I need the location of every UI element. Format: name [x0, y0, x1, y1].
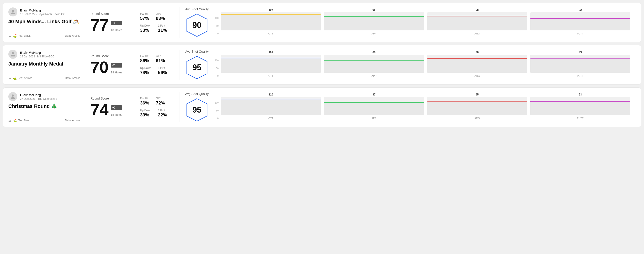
- updown-label: Up/Down: [140, 66, 151, 70]
- y-label-50: 50: [214, 67, 218, 70]
- fw-hit-stat: FW Hit 57%: [140, 12, 149, 21]
- bar-axis-label: PUTT: [577, 32, 584, 35]
- updown-stat: Up/Down 78%: [140, 66, 151, 75]
- bar-wrapper: [530, 55, 630, 73]
- fw-hit-value: 57%: [140, 16, 149, 21]
- card-stats: FW Hit 36% GIR 72% Up/Down 33% 1 Putt: [135, 92, 180, 122]
- player-header: Blair McHarg 12 Feb 2022 · Royal North D…: [8, 7, 80, 16]
- chart-container: 100 50 0 110 OTT 87: [214, 95, 630, 120]
- bar-chart: 100 50 0 107 OTT 95: [214, 10, 630, 35]
- player-info: Blair McHarg 12 Feb 2022 · Royal North D…: [20, 8, 65, 16]
- fw-hit-label: FW Hit: [140, 54, 149, 58]
- weather-icon: ☁: [8, 119, 12, 122]
- bar-group-putt: 93 PUTT: [530, 93, 630, 120]
- card-stats: FW Hit 57% GIR 83% Up/Down 33% 1 Putt: [135, 7, 180, 38]
- stats-row-top: FW Hit 86% GIR 61%: [140, 54, 174, 63]
- bar-wrapper: [324, 97, 424, 115]
- stats-row-top: FW Hit 57% GIR 83%: [140, 12, 174, 21]
- updown-value: 33%: [140, 28, 151, 33]
- bar-axis-label: ARG: [474, 75, 480, 77]
- score-diff-badge: +5: [111, 21, 122, 25]
- fw-hit-value: 36%: [140, 101, 149, 106]
- fw-hit-label: FW Hit: [140, 12, 149, 15]
- oneputt-value: 22%: [158, 112, 167, 118]
- bar-wrapper: [427, 97, 527, 115]
- bar-group-app: 87 APP: [324, 93, 424, 120]
- bars-row: 110 OTT 87 APP 95: [221, 93, 630, 120]
- card-quality: Avg Shot Quality 95 100 50 0: [180, 92, 636, 122]
- golf-icon: ⛳: [13, 119, 17, 122]
- card-score: Round Score 70 -2 18 Holes: [85, 50, 135, 80]
- weather-icon: ☁: [8, 76, 12, 80]
- player-header: Blair McHarg 29 Jan 2022 · Mill Ride GCC: [8, 50, 80, 59]
- gir-value: 72%: [156, 101, 165, 106]
- bar-value-ott: 110: [269, 93, 273, 96]
- oneputt-label: 1 Putt: [158, 66, 167, 70]
- round-title: January Monthly Medal: [8, 61, 80, 67]
- card-score: Round Score 74 +2 18 Holes: [85, 92, 135, 122]
- y-label-50: 50: [214, 110, 218, 112]
- bar-group-ott: 101 OTT: [221, 51, 321, 77]
- fw-hit-value: 86%: [140, 58, 149, 63]
- y-label-50: 50: [214, 25, 218, 27]
- card-left: Blair McHarg 12 Feb 2022 · Royal North D…: [8, 7, 85, 38]
- fw-hit-stat: FW Hit 86%: [140, 54, 149, 63]
- oneputt-stat: 1 Putt 22%: [158, 109, 167, 118]
- holes-label: 18 Holes: [111, 113, 122, 117]
- bar-value-arg: 95: [476, 93, 478, 96]
- quality-label: Avg Shot Quality: [185, 50, 209, 53]
- bar-wrapper: [324, 12, 424, 30]
- tee-label: Tee: Blue: [18, 119, 29, 122]
- bar-chart: 100 50 0 101 OTT 86: [214, 52, 630, 77]
- bar-value-app: 87: [372, 93, 375, 96]
- bar-group-putt: 82 PUTT: [530, 8, 630, 35]
- quality-score: 95: [192, 63, 202, 72]
- tee-info: ☁ ⛳ Tee: Yellow: [8, 76, 32, 80]
- hexagon-container: 90: [186, 13, 208, 38]
- bar-wrapper: [530, 97, 630, 115]
- bar-axis-label: APP: [372, 32, 376, 35]
- tee-info: ☁ ⛳ Tee: Black: [8, 34, 30, 38]
- player-header: Blair McHarg 27 Dec 2021 · The Oxfordshi…: [8, 92, 80, 101]
- oneputt-label: 1 Putt: [158, 109, 167, 112]
- stats-row-top: FW Hit 36% GIR 72%: [140, 97, 174, 106]
- round-title: 40 Mph Winds... Links Golf 🪃: [8, 19, 80, 24]
- score-number: 77: [90, 17, 108, 33]
- bar-axis-label: PUTT: [577, 75, 584, 77]
- bar-axis-label: OTT: [268, 32, 274, 35]
- round-score-label: Round Score: [90, 54, 129, 58]
- bar-group-arg: 96 ARG: [427, 51, 527, 77]
- player-info: Blair McHarg 29 Jan 2022 · Mill Ride GCC: [20, 51, 54, 58]
- quality-score: 95: [192, 105, 202, 115]
- round-title: Christmas Round 🎄: [8, 103, 80, 109]
- score-row: 70 -2 18 Holes: [90, 59, 129, 75]
- player-name: Blair McHarg: [20, 8, 65, 12]
- bars-row: 107 OTT 95 APP 98: [221, 8, 630, 35]
- gir-stat: GIR 83%: [156, 12, 165, 21]
- updown-label: Up/Down: [140, 109, 151, 112]
- weather-icon: ☁: [8, 34, 12, 38]
- golf-icon: ⛳: [13, 76, 17, 80]
- card-quality: Avg Shot Quality 95 100 50 0: [180, 50, 636, 80]
- bar-value-app: 95: [372, 8, 375, 11]
- oneputt-value: 56%: [158, 70, 167, 75]
- gir-label: GIR: [156, 54, 165, 58]
- bar-wrapper: [427, 12, 527, 30]
- gir-stat: GIR 61%: [156, 54, 165, 63]
- bar-group-arg: 98 ARG: [427, 8, 527, 35]
- round-card: Blair McHarg 29 Jan 2022 · Mill Ride GCC…: [3, 45, 641, 85]
- data-source: Data: Arccos: [65, 34, 80, 37]
- fw-hit-label: FW Hit: [140, 97, 149, 100]
- updown-label: Up/Down: [140, 24, 151, 27]
- player-meta: 29 Jan 2022 · Mill Ride GCC: [20, 55, 54, 58]
- quality-left: Avg Shot Quality 90: [185, 7, 209, 38]
- score-diff-badge: +2: [111, 105, 122, 110]
- card-left: Blair McHarg 27 Dec 2021 · The Oxfordshi…: [8, 92, 85, 122]
- player-meta: 27 Dec 2021 · The Oxfordshire: [20, 97, 57, 101]
- quality-score: 90: [192, 20, 202, 30]
- tee-info: ☁ ⛳ Tee: Blue: [8, 119, 29, 122]
- round-card: Blair McHarg 12 Feb 2022 · Royal North D…: [3, 3, 641, 42]
- chart-container: 100 50 0 101 OTT 86: [214, 52, 630, 77]
- bar-wrapper: [221, 97, 321, 115]
- oneputt-stat: 1 Putt 56%: [158, 66, 167, 75]
